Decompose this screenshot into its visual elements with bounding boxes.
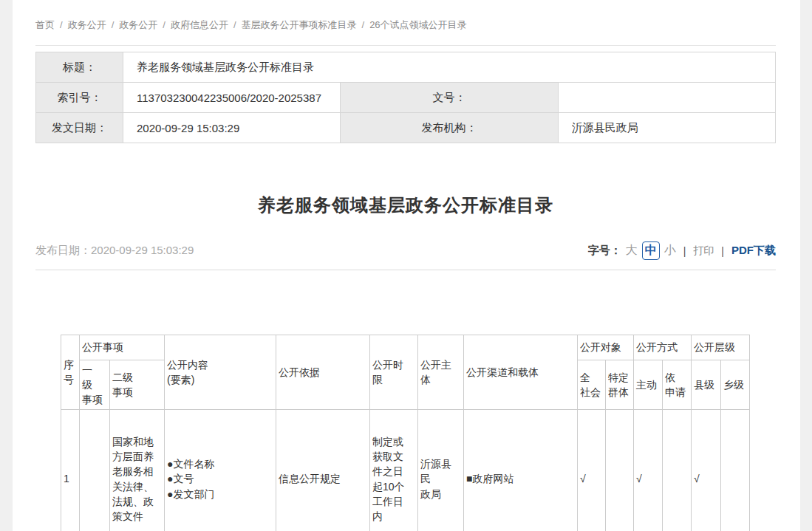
info-issue-date-label: 发文日期： <box>36 113 123 143</box>
header-level: 公开层级 <box>692 335 750 360</box>
header-time-limit: 公开时 限 <box>370 335 418 410</box>
cell-level1 <box>80 410 110 531</box>
cell-subject: 沂源县民 政局 <box>418 410 464 531</box>
font-size-medium-button[interactable]: 中 <box>642 241 660 260</box>
pdf-download-link[interactable]: PDF下载 <box>731 244 776 258</box>
breadcrumb-item-zhengwu-gongkai-1[interactable]: 政务公开 <box>68 19 106 30</box>
document-info-table: 标题： 养老服务领域基层政务公开标准目录 索引号： 11370323004223… <box>35 52 776 143</box>
table-header-row-1: 序 号 公开事项 公开内容 (要素) 公开依据 公开时 限 公开主体 公开渠道和… <box>61 335 750 360</box>
header-content: 公开内容 (要素) <box>165 335 276 410</box>
table-row: 发文日期： 2020-09-29 15:03:29 发布机构： 沂源县民政局 <box>36 113 776 143</box>
table-row: 1 国家和地 方层面养 老服务相 关法律、 法规、政 策文件 ●文件名称 ●文号… <box>61 410 750 531</box>
info-agency-value: 沂源县民政局 <box>558 113 775 143</box>
font-size-label: 字号： <box>588 244 621 258</box>
cell-basis: 信息公开规定 <box>276 410 370 531</box>
breadcrumb-item-zhengwu-gongkai-2[interactable]: 政务公开 <box>119 19 157 30</box>
breadcrumb-divider <box>35 45 776 46</box>
header-disclosure-item: 公开事项 <box>80 335 165 360</box>
cell-content: ●文件名称 ●文号 ●发文部门 <box>165 410 276 531</box>
breadcrumb-item-pilot-catalog[interactable]: 26个试点领域公开目录 <box>369 19 466 30</box>
cell-level2: 国家和地 方层面养 老服务相 关法律、 法规、政 策文件 <box>110 410 165 531</box>
header-level1: 一 级 事项 <box>80 360 110 410</box>
info-index-value: 113703230042235006/2020-2025387 <box>123 83 341 113</box>
header-method: 公开方式 <box>634 335 692 360</box>
font-size-small-button[interactable]: 小 <box>664 243 676 258</box>
publish-date-label: 发布日期： <box>35 244 91 256</box>
breadcrumb: 首页/政务公开/政务公开/政府信息公开/基层政务公开事项标准目录/26个试点领域… <box>35 0 776 30</box>
cell-county: √ <box>692 410 721 531</box>
print-button[interactable]: 打印 <box>693 244 714 258</box>
header-basis: 公开依据 <box>276 335 370 410</box>
breadcrumb-item-standard-catalog[interactable]: 基层政务公开事项标准目录 <box>242 19 357 30</box>
info-index-label: 索引号： <box>36 83 123 113</box>
info-agency-label: 发布机构： <box>341 113 558 143</box>
header-proactive: 主动 <box>634 360 663 410</box>
info-issue-date-value: 2020-09-29 15:03:29 <box>123 113 341 143</box>
font-size-large-button[interactable]: 大 <box>626 243 638 258</box>
page-card: 首页/政务公开/政务公开/政府信息公开/基层政务公开事项标准目录/26个试点领域… <box>13 0 800 531</box>
breadcrumb-item-gov-info[interactable]: 政府信息公开 <box>171 19 228 30</box>
table-row: 标题： 养老服务领域基层政务公开标准目录 <box>36 52 776 83</box>
toolbar-separator: | <box>683 245 686 257</box>
cell-proactive: √ <box>634 410 663 531</box>
cell-all-society: √ <box>578 410 606 531</box>
breadcrumb-separator: / <box>233 19 236 30</box>
breadcrumb-separator: / <box>60 19 63 30</box>
cell-seq: 1 <box>61 410 80 531</box>
cell-specific-group <box>606 410 634 531</box>
info-title-label: 标题： <box>36 52 123 83</box>
header-subject: 公开主体 <box>418 335 464 410</box>
publish-date-value: 2020-09-29 15:03:29 <box>91 244 194 256</box>
header-township: 乡级 <box>721 360 750 410</box>
header-channel: 公开渠道和载体 <box>464 335 578 410</box>
info-doc-number-label: 文号： <box>341 83 558 113</box>
toolbar-separator: | <box>721 245 724 257</box>
header-county: 县级 <box>692 360 721 410</box>
header-all-society: 全 社会 <box>578 360 606 410</box>
article-divider <box>35 270 776 270</box>
publish-date: 发布日期：2020-09-29 15:03:29 <box>35 244 194 258</box>
header-on-request: 依 申请 <box>663 360 692 410</box>
header-level2: 二级 事项 <box>110 360 165 410</box>
header-seq: 序 号 <box>61 335 80 410</box>
breadcrumb-separator: / <box>112 19 115 30</box>
breadcrumb-separator: / <box>362 19 365 30</box>
cell-channel: ■政府网站 <box>464 410 578 531</box>
info-title-value: 养老服务领域基层政务公开标准目录 <box>123 52 776 83</box>
header-specific-group: 特定 群体 <box>606 360 634 410</box>
breadcrumb-item-home[interactable]: 首页 <box>35 19 55 30</box>
page-title: 养老服务领域基层政务公开标准目录 <box>35 193 776 217</box>
cell-time-limit: 制定或 获取文 件之日 起10个 工作日 内 <box>370 410 418 531</box>
cell-on-request <box>663 410 692 531</box>
table-row: 索引号： 113703230042235006/2020-2025387 文号： <box>36 83 776 113</box>
info-doc-number-value <box>558 83 775 113</box>
breadcrumb-separator: / <box>163 19 166 30</box>
header-audience: 公开对象 <box>578 335 634 360</box>
article-meta-row: 发布日期：2020-09-29 15:03:29 字号： 大 中 小 | 打印 … <box>35 241 776 260</box>
cell-township <box>721 410 750 531</box>
disclosure-catalog-table: 序 号 公开事项 公开内容 (要素) 公开依据 公开时 限 公开主体 公开渠道和… <box>61 335 750 531</box>
article-toolbar: 字号： 大 中 小 | 打印 | PDF下载 <box>588 241 776 260</box>
